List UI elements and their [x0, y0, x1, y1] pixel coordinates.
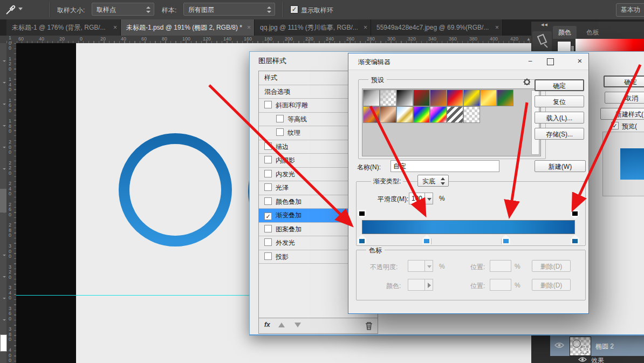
gradient-preset-transparent[interactable] — [463, 106, 480, 123]
gradient-preset-foreground-to-background[interactable] — [363, 90, 380, 106]
delete-color-stop-button[interactable]: 删除(D) — [532, 279, 571, 291]
gradient-preset-violet-to-orange[interactable] — [430, 90, 447, 106]
color-label: 颜色: — [386, 282, 401, 291]
dialog-titlebar[interactable]: 渐变编辑器 – × — [348, 53, 588, 70]
sample-dropdown[interactable]: 所有图层 — [183, 3, 275, 16]
gradient-name-input[interactable] — [390, 160, 499, 172]
gradient-preset-red-to-green[interactable] — [413, 90, 430, 106]
effects-visibility-eye-icon[interactable] — [578, 357, 587, 362]
gradient-load-button[interactable]: 载入(L)... — [535, 112, 584, 124]
effect-checkbox[interactable] — [276, 115, 284, 122]
add-effect-fx-icon[interactable]: fx — [264, 321, 270, 328]
tab-close-icon[interactable]: × — [495, 19, 499, 36]
gradient-preset-blue-yellow-blue[interactable] — [463, 90, 480, 106]
cyan-guide-line[interactable] — [16, 295, 249, 296]
layer-row-selected[interactable]: 椭圆 2 — [550, 335, 644, 356]
effect-checkbox[interactable] — [264, 197, 272, 205]
tab-swatches-panel[interactable]: 色板 — [581, 26, 605, 39]
gradient-preset-copper[interactable] — [380, 106, 396, 123]
gradient-save-button[interactable]: 存储(S)... — [535, 128, 584, 140]
smoothness-dropdown-button[interactable] — [424, 193, 433, 204]
gradient-preset-chrome[interactable] — [396, 106, 413, 123]
effect-checkbox[interactable] — [264, 238, 272, 246]
workspace-button[interactable]: 基本功 — [616, 3, 644, 17]
tool-preset-caret-icon[interactable] — [18, 8, 23, 10]
gradient-preset-spectrum[interactable] — [413, 106, 430, 123]
delete-opacity-stop-button[interactable]: 删除(D) — [532, 260, 571, 272]
effect-checkbox[interactable] — [276, 128, 284, 136]
collapsed-panel-icon[interactable] — [532, 31, 552, 53]
document-tab[interactable]: 未标题-1 @ 176% (背景, RGB/...× — [6, 19, 121, 36]
effect-label: 内阴影 — [276, 156, 295, 164]
effect-checkbox[interactable] — [264, 252, 272, 260]
gradient-editor-dialog: 渐变编辑器 – × 预设 确定 复位 载入(L)... 存储(S)... 名称(… — [348, 53, 589, 314]
ruler-number: 3 8 0 — [9, 327, 11, 343]
stop-color-swatch[interactable] — [408, 279, 425, 291]
effect-checkbox[interactable] — [264, 156, 272, 163]
tab-close-icon[interactable]: × — [113, 19, 117, 36]
opacity-dropdown-button[interactable] — [424, 260, 433, 272]
ruler-number: 200 — [285, 36, 293, 42]
ruler-number: 40 — [121, 36, 126, 42]
effect-checkbox[interactable]: ✓ — [264, 213, 272, 220]
minimize-icon[interactable]: – — [522, 57, 538, 65]
tab-close-icon[interactable]: × — [364, 19, 367, 36]
gradient-ok-button[interactable]: 确定 — [535, 79, 584, 91]
color-position-input[interactable] — [490, 279, 511, 291]
opacity-stop-fill — [359, 211, 365, 216]
ruler-number: 280 — [367, 36, 375, 42]
new-style-button[interactable]: 新建样式( — [600, 108, 644, 120]
gradient-preset-blue-red-yellow[interactable] — [447, 90, 463, 106]
opacity-position-input[interactable] — [490, 260, 511, 272]
stop-color-picker-button[interactable] — [424, 279, 433, 291]
preview-checkbox[interactable]: ✓ — [611, 122, 619, 129]
gradient-preset-orange-yellow-orange[interactable] — [480, 90, 497, 106]
gradient-preset-black-to-white[interactable] — [396, 90, 413, 106]
show-sampling-ring-label: 显示取样环 — [301, 6, 333, 15]
opacity-input[interactable] — [408, 260, 425, 272]
document-tab[interactable]: qq.jpg @ 111% (秀川临摹, RGB/...× — [255, 19, 371, 36]
gradient-preset-transparent-rainbow[interactable] — [430, 106, 447, 123]
move-effect-down-icon[interactable] — [294, 323, 301, 327]
sample-size-dropdown[interactable]: 取样点 — [92, 3, 154, 16]
vertical-ruler[interactable]: 1 0 01 2 01 4 01 6 01 8 02 0 02 2 02 4 0… — [6, 43, 17, 363]
maximize-icon[interactable] — [547, 58, 554, 65]
ruler-scroll-arrow-icon[interactable]: ▲ — [526, 37, 531, 42]
layer-style-ok-button[interactable]: 确定 — [604, 76, 644, 87]
layer-name[interactable]: 椭圆 2 — [595, 342, 614, 351]
smoothness-input[interactable] — [409, 193, 425, 204]
document-tab[interactable]: 未标题-1.psd @ 191% (椭圆 2, RGB/8) *× — [121, 19, 255, 36]
gradient-preset-yellow-violet-orange-blue[interactable] — [363, 106, 380, 123]
close-icon[interactable]: × — [572, 56, 588, 65]
gradient-new-button[interactable]: 新建(W) — [535, 160, 586, 172]
tab-color-panel[interactable]: 颜色 — [553, 26, 577, 39]
gradient-preview-bar[interactable] — [362, 220, 575, 234]
collapse-panels-icon[interactable]: ◀◀ — [541, 23, 548, 27]
tab-close-icon[interactable]: × — [247, 19, 251, 36]
effect-checkbox[interactable] — [264, 101, 272, 108]
move-effect-up-icon[interactable] — [278, 323, 285, 327]
gradient-preset-noise-stripes[interactable] — [447, 106, 463, 123]
background-color-chip[interactable] — [0, 334, 7, 352]
gradient-type-select[interactable]: 实底 — [417, 175, 449, 187]
delete-effect-trash-icon[interactable] — [365, 321, 373, 330]
ruler-number: 2 0 0 — [9, 140, 11, 155]
gradient-preset-violet-green-orange[interactable] — [497, 90, 513, 106]
effect-checkbox[interactable] — [264, 225, 272, 232]
layer-effects-row[interactable]: 效果 — [550, 356, 644, 363]
blue-ring-shape[interactable] — [124, 139, 227, 241]
effect-checkbox[interactable] — [264, 142, 272, 150]
show-sampling-ring-checkbox[interactable]: ✓ — [290, 5, 298, 13]
layer-style-cancel-button[interactable]: 取消 — [605, 92, 644, 104]
gradient-reset-button[interactable]: 复位 — [535, 95, 584, 107]
presets-menu-gear-icon[interactable] — [523, 78, 530, 85]
effect-checkbox[interactable] — [264, 183, 272, 191]
effect-checkbox[interactable] — [264, 170, 272, 177]
eyedropper-tool-icon[interactable] — [4, 3, 17, 16]
document-tab[interactable]: 55949a428e4c7.jpeg @ 69.9%(RGB/...× — [371, 19, 503, 36]
horizontal-ruler[interactable]: 6040200204060801001201401601802002202402… — [6, 36, 531, 44]
layer-visibility-eye-icon[interactable] — [554, 342, 564, 348]
layer-thumbnail[interactable] — [570, 337, 591, 356]
gradient-preset-foreground-to-transparent[interactable] — [380, 90, 396, 106]
opacity-stop-fill — [572, 211, 578, 216]
